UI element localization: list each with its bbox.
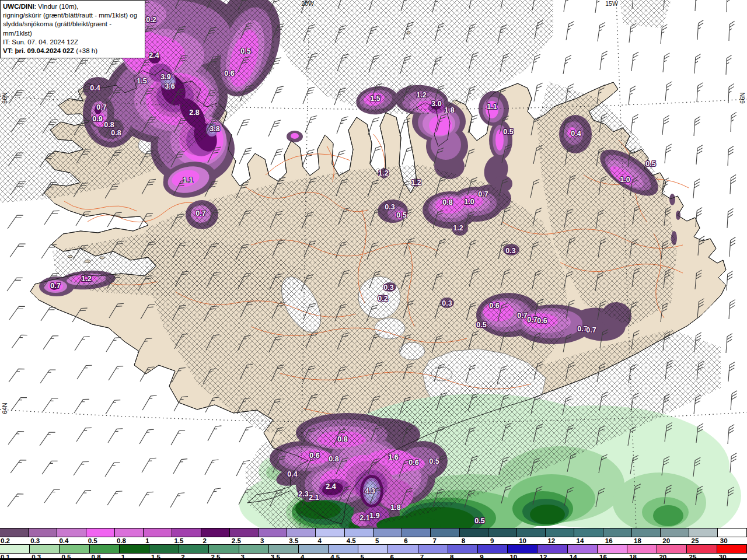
sleet-scale-label: 20	[662, 537, 670, 544]
rain-swatch	[179, 545, 209, 553]
sleet-scale-label: 7	[432, 537, 436, 544]
parallel-label: 66N	[739, 92, 746, 103]
sleet-swatch	[259, 528, 287, 537]
sleet-scale-label: 2	[203, 537, 207, 544]
rain-swatch	[717, 545, 747, 553]
sleet-scale-label: 4.5	[347, 537, 356, 544]
rain-swatch	[448, 545, 478, 553]
sleet-scale-label: 0.3	[30, 537, 40, 544]
init-time: IT: Sun. 07. 04. 2024 12Z	[3, 38, 142, 47]
sleet-swatch	[86, 528, 115, 537]
rain-swatch	[388, 545, 418, 553]
sleet-swatch	[718, 528, 746, 537]
sleet-scale-label: 4	[318, 537, 322, 544]
sleet-scale-label: 8	[462, 537, 465, 544]
sleet-swatch	[316, 528, 344, 537]
sleet-swatch	[57, 528, 86, 537]
sleet-swatch	[661, 528, 689, 537]
rain-swatch	[568, 545, 598, 553]
sleet-scale-label: 12	[547, 537, 555, 544]
rain-swatch	[657, 545, 687, 553]
sleet-swatch	[345, 528, 374, 537]
sleet-scale-label: 0.2	[1, 537, 10, 544]
sleet-scale-label: 6	[404, 537, 407, 544]
sleet-swatch	[546, 528, 574, 537]
sleet-swatch	[144, 528, 172, 537]
rain-swatch	[598, 545, 627, 553]
rain-swatch	[687, 545, 717, 553]
sleet-scale-label: 30	[720, 537, 728, 544]
rain-swatch	[358, 545, 388, 553]
model-info-box: UWC/DINI: Vindur (10m), rigning/skúrir (…	[0, 0, 145, 58]
rain-swatch	[329, 545, 358, 553]
sleet-swatch	[115, 528, 144, 537]
sleet-scale-label: 0.5	[88, 537, 97, 544]
sleet-scale-label: 0.4	[59, 537, 68, 544]
sleet-swatch	[29, 528, 57, 537]
sleet-swatch	[374, 528, 402, 537]
valid-time: VT: þri. 09.04.2024 02Z (+38 h)	[3, 47, 142, 55]
sleet-swatch	[431, 528, 459, 537]
weather-map-page: 0.21.42.40.50.61.53.93.62.83.80.40.70.90…	[0, 0, 747, 560]
parallel-label: 66N	[1, 92, 8, 103]
sleet-swatch	[287, 528, 316, 537]
rain-swatch	[120, 545, 149, 553]
rain-swatch	[90, 545, 120, 553]
sleet-scale-label: 1	[145, 537, 149, 544]
rain-swatch	[418, 545, 448, 553]
rain-scale-swatches	[0, 544, 747, 554]
sleet-swatch	[574, 528, 603, 537]
sleet-swatch	[460, 528, 488, 537]
rain-swatch	[537, 545, 567, 553]
rain-swatch	[239, 545, 269, 553]
rain-swatch	[269, 545, 299, 553]
sleet-scale-label: 2.5	[232, 537, 241, 544]
sleet-swatch	[632, 528, 661, 537]
rain-swatch	[60, 545, 89, 553]
sleet-scale-label: 5	[375, 537, 379, 544]
sleet-scale-label: 14	[577, 537, 584, 544]
model-name: UWC/DINI	[3, 3, 34, 10]
rain-swatch	[0, 545, 30, 553]
meridian-label: 20W	[301, 0, 314, 7]
sleet-scale-labels: 0.20.30.40.50.811.522.533.544.5567891012…	[0, 537, 747, 544]
sleet-scale-swatches	[0, 528, 747, 537]
info-line-1: UWC/DINI: Vindur (10m),	[3, 2, 142, 11]
sleet-swatch	[603, 528, 632, 537]
sleet-scale-label: 3	[260, 537, 264, 544]
sleet-scale-label: 16	[605, 537, 613, 544]
sleet-swatch	[488, 528, 517, 537]
sleet-swatch	[402, 528, 431, 537]
sleet-swatch	[230, 528, 259, 537]
sleet-scale-label: 0.8	[117, 537, 126, 544]
sleet-swatch	[201, 528, 230, 537]
sleet-swatch	[0, 528, 29, 537]
sleet-swatch	[517, 528, 546, 537]
meridian-label: 15W	[605, 0, 618, 7]
sleet-scale-label: 18	[634, 537, 641, 544]
sleet-swatch	[689, 528, 718, 537]
rain-swatch	[30, 545, 60, 553]
sleet-scale-label: 9	[490, 537, 494, 544]
sleet-swatch	[172, 528, 201, 537]
sleet-scale-label: 10	[519, 537, 526, 544]
rain-swatch	[478, 545, 508, 553]
colour-scales: 0.20.30.40.50.811.522.533.544.5567891012…	[0, 528, 747, 560]
rain-swatch	[209, 545, 239, 553]
rain-swatch	[149, 545, 179, 553]
rain-swatch	[627, 545, 657, 553]
parallel-label: 64N	[1, 402, 8, 414]
sleet-scale-label: 25	[692, 537, 699, 544]
sleet-scale-label: 1.5	[174, 537, 183, 544]
info-line-3: slydda/snjókoma (grátt/bleikt/grænt - mm…	[3, 20, 142, 37]
rain-swatch	[508, 545, 537, 553]
sleet-scale-label: 3.5	[289, 537, 298, 544]
rain-swatch	[299, 545, 329, 553]
map-canvas: 0.21.42.40.50.61.53.93.62.83.80.40.70.90…	[0, 0, 747, 528]
iceland-weather-chart	[0, 0, 747, 528]
info-line-2: rigning/skúrir (grænt/blátt/rautt - mm/1…	[3, 11, 142, 20]
